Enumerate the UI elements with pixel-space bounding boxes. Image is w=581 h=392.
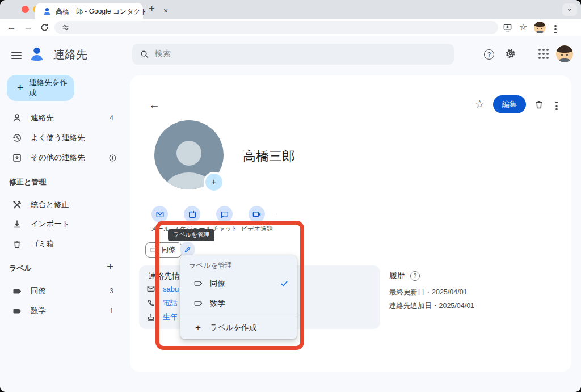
trash-icon <box>534 99 544 109</box>
history-help-icon[interactable]: ? <box>410 271 420 281</box>
chat-action-button[interactable] <box>216 206 233 222</box>
phone-row[interactable]: 電話 <box>146 297 178 309</box>
sidebar-item-other-contacts[interactable]: その他の連絡先 <box>0 148 129 167</box>
schedule-action-button[interactable] <box>184 206 200 222</box>
address-bar[interactable] <box>54 21 498 34</box>
contacts-app: 連絡先 ? + 連絡先を作成 <box>0 36 581 392</box>
edit-button[interactable]: 編集 <box>493 95 526 113</box>
main-menu-icon[interactable] <box>11 50 22 61</box>
plus-icon: + <box>17 82 23 94</box>
birthday-row[interactable]: 生年 <box>146 311 178 323</box>
pencil-icon <box>184 246 192 254</box>
edit-button-label: 編集 <box>502 99 517 109</box>
action-label-chat: チャット <box>212 225 237 233</box>
contact-name: 高橋三郎 <box>243 147 295 165</box>
avatar-body <box>559 58 570 62</box>
avatar-eyes <box>556 54 573 56</box>
browser-tab[interactable]: 高橋三郎 - Google コンタクト × <box>35 3 143 19</box>
sidebar-item-label: その他の連絡先 <box>31 153 108 163</box>
tools-icon <box>12 200 22 210</box>
sidebar-item-contacts[interactable]: 連絡先 4 <box>0 108 129 128</box>
history-title: 履歴 ? <box>389 271 420 281</box>
label-menu-header: ラベルを管理 <box>189 261 232 271</box>
avatar-body <box>536 31 544 33</box>
birthday-link[interactable]: 生年 <box>163 312 178 322</box>
sidebar-label-colleagues[interactable]: 同僚 3 <box>0 281 129 301</box>
person-icon <box>12 113 22 123</box>
tab-title: 高橋三郎 - Google コンタクト <box>56 7 152 16</box>
apps-grid-icon[interactable] <box>538 49 549 59</box>
sidebar-item-frequent[interactable]: よく使う連絡先 <box>0 128 129 147</box>
sidebar-item-count: 1 <box>110 307 113 315</box>
info-icon[interactable] <box>108 154 117 162</box>
history-last-updated: 最終更新日・2025/04/01 <box>389 288 468 297</box>
account-avatar[interactable] <box>556 45 573 62</box>
tab-close-icon[interactable]: × <box>163 6 168 15</box>
browser-menu-icon[interactable] <box>554 23 557 35</box>
sidebar-item-label: 連絡先 <box>31 113 110 123</box>
add-photo-button[interactable]: + <box>205 174 222 191</box>
search-input[interactable] <box>154 48 440 58</box>
create-contact-button[interactable]: + 連絡先を作成 <box>7 75 74 101</box>
cake-icon <box>146 313 155 322</box>
sidebar-item-trash[interactable]: ゴミ箱 <box>0 234 129 254</box>
new-tab-icon[interactable]: + <box>149 2 155 15</box>
section-divider <box>276 214 567 214</box>
search-icon <box>140 49 149 59</box>
label-menu-item-math[interactable]: 数学 <box>180 293 297 313</box>
back-icon[interactable]: ← <box>7 22 16 32</box>
help-button[interactable]: ? <box>483 49 495 60</box>
install-icon[interactable] <box>503 23 512 32</box>
add-label-icon[interactable]: + <box>107 260 113 273</box>
sidebar-item-import[interactable]: インポート <box>0 214 129 234</box>
manage-labels-button[interactable] <box>180 242 195 257</box>
email-action-button[interactable] <box>151 206 168 222</box>
history-icon <box>12 133 22 143</box>
phone-icon <box>146 298 155 307</box>
search-bar[interactable] <box>132 44 454 65</box>
label-menu-item-colleagues[interactable]: 同僚 <box>180 273 297 293</box>
video-call-action-button[interactable] <box>249 206 265 222</box>
label-menu: ラベルを管理 同僚 数学 <box>180 255 297 339</box>
sidebar-item-merge-fix[interactable]: 統合と修正 <box>0 195 129 214</box>
sidebar-item-label: 統合と修正 <box>31 200 129 210</box>
bookmark-star-icon[interactable]: ☆ <box>519 22 527 32</box>
more-options-icon[interactable] <box>555 100 558 112</box>
mail-icon <box>155 210 165 219</box>
label-chip-text: 同僚 <box>162 245 175 255</box>
label-chip-colleagues[interactable]: 同僚 <box>145 242 182 258</box>
back-arrow-icon[interactable]: ← <box>149 98 160 111</box>
sidebar-item-label: インポート <box>31 219 129 229</box>
tab-strip: 高橋三郎 - Google コンタクト × + <box>0 0 581 19</box>
browser-window: 高橋三郎 - Google コンタクト × + ← → <box>0 0 581 392</box>
manage-labels-tooltip: ラベルを管理 <box>168 229 214 241</box>
browser-toolbar: ← → ☆ <box>0 19 581 36</box>
reload-icon[interactable] <box>40 23 49 32</box>
calendar-icon <box>188 210 197 219</box>
label-icon <box>12 286 22 296</box>
phone-link[interactable]: 電話 <box>163 298 178 308</box>
sidebar-item-label: 数学 <box>31 306 110 316</box>
star-contact-icon[interactable]: ☆ <box>475 98 485 111</box>
contacts-logo <box>28 45 45 62</box>
traffic-light-close[interactable] <box>22 6 29 13</box>
forward-icon: → <box>24 22 33 32</box>
create-contact-label: 連絡先を作成 <box>29 78 74 98</box>
create-label-menu-item[interactable]: + ラベルを作成 <box>180 318 297 338</box>
tab-search-button[interactable] <box>562 3 577 16</box>
email-row[interactable]: sabu <box>146 283 179 294</box>
label-icon <box>150 246 158 254</box>
tune-icon[interactable] <box>61 23 70 32</box>
menu-divider <box>180 315 297 315</box>
sidebar-heading-labels: ラベル <box>9 263 32 273</box>
settings-gear-icon[interactable] <box>505 48 516 59</box>
label-menu-item-text: 同僚 <box>210 279 280 289</box>
action-label-video: ビデオ通話 <box>241 225 273 233</box>
label-icon <box>12 306 22 316</box>
sidebar-label-math[interactable]: 数学 1 <box>0 301 129 321</box>
browser-profile-avatar[interactable] <box>534 22 546 33</box>
delete-contact-button[interactable] <box>534 99 544 109</box>
label-icon <box>193 299 203 307</box>
video-camera-icon <box>252 209 262 219</box>
email-link[interactable]: sabu <box>163 285 179 293</box>
